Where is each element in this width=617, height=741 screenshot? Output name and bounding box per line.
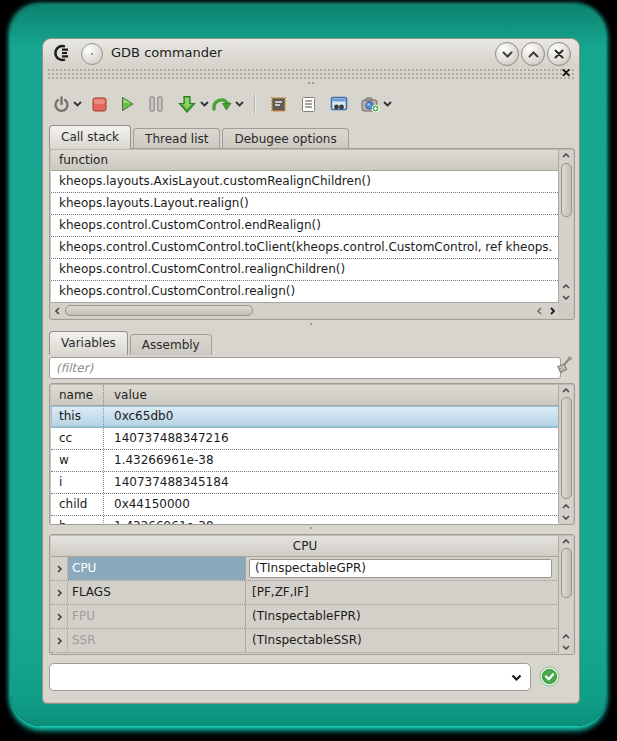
camera-add-icon (361, 96, 380, 113)
watch-window-button[interactable] (330, 91, 348, 117)
step-button[interactable] (177, 91, 197, 117)
tab-thread-list[interactable]: Thread list (133, 128, 220, 149)
scroll-up-icon[interactable] (559, 536, 573, 547)
pause-icon (149, 96, 163, 112)
step-over-icon (211, 95, 232, 113)
variable-row[interactable]: b1.43266961e-38 (51, 516, 559, 525)
scroll-up-icon[interactable] (559, 385, 573, 396)
cpu-chip-icon (270, 96, 287, 113)
callstack-panel: function kheops.layouts.AxisLayout.custo… (49, 148, 575, 320)
clear-filter-button[interactable] (554, 356, 573, 379)
snapshot-button[interactable] (361, 91, 380, 117)
filter-input[interactable] (49, 357, 561, 379)
expander-icon[interactable] (51, 613, 67, 621)
continue-menu-button[interactable] (232, 91, 246, 117)
debug-toolbar (53, 88, 394, 120)
scroll-left-icon[interactable] (533, 305, 545, 316)
power-icon (53, 96, 70, 113)
splitter-handle[interactable] (43, 323, 579, 329)
command-input[interactable] (56, 665, 500, 689)
watch-window-icon (330, 96, 348, 112)
scrollbar-thumb[interactable] (561, 163, 572, 217)
callstack-row[interactable]: kheops.control.CustomControl.endRealign(… (51, 215, 558, 237)
dock-close-button[interactable]: ✕ (559, 66, 573, 80)
cpu-view-button[interactable] (270, 91, 287, 117)
cpu-header[interactable]: CPU (51, 536, 559, 557)
stop-icon (92, 97, 107, 112)
callstack-vscrollbar[interactable] (558, 150, 573, 303)
variable-row[interactable]: cc140737488347216 (51, 428, 559, 450)
scroll-down-icon[interactable] (559, 512, 573, 523)
callstack-row[interactable]: kheops.layouts.Layout.realign() (51, 193, 558, 215)
callstack-tabbar: Call stack Thread list Debugee options (49, 125, 351, 149)
combo-dropdown-button[interactable] (506, 668, 526, 686)
tab-assembly[interactable]: Assembly (130, 334, 212, 355)
scrollbar-thumb[interactable] (561, 548, 572, 598)
scroll-up-icon[interactable] (559, 501, 573, 512)
stop-button[interactable] (92, 91, 107, 117)
cpu-row[interactable]: SSR (TInspectableSSR) (51, 629, 559, 653)
variable-row-selected[interactable]: this0xc65db0 (51, 406, 559, 428)
power-button[interactable] (53, 91, 70, 117)
scroll-up-icon[interactable] (559, 631, 573, 642)
minimize-button[interactable] (495, 42, 519, 66)
callstack-column-header[interactable]: function (51, 150, 558, 171)
continue-button[interactable] (211, 91, 232, 117)
close-button[interactable] (547, 42, 571, 66)
scroll-left-icon[interactable] (51, 305, 63, 316)
titlebar[interactable]: GDB commander (43, 39, 579, 67)
expander-icon[interactable] (51, 565, 67, 573)
tab-call-stack[interactable]: Call stack (49, 125, 131, 149)
chevron-up-icon (528, 51, 539, 58)
chevron-down-icon (235, 101, 244, 107)
callstack-row[interactable]: kheops.control.CustomControl.realignChil… (51, 259, 558, 281)
power-menu-button[interactable] (70, 91, 84, 117)
window-menu-button[interactable] (81, 43, 103, 65)
document-list-icon (301, 96, 316, 113)
expander-icon[interactable] (51, 589, 67, 597)
scroll-up-icon[interactable] (559, 281, 573, 292)
scrollbar-thumb[interactable] (561, 397, 572, 499)
check-circle-icon (539, 666, 560, 687)
variables-vscrollbar[interactable] (558, 385, 573, 523)
play-icon (120, 96, 135, 112)
splitter-handle[interactable] (43, 527, 579, 533)
cpu-vscrollbar[interactable] (558, 536, 573, 653)
scroll-down-icon[interactable] (559, 642, 573, 653)
variable-row[interactable]: child0x44150000 (51, 494, 559, 516)
gdb-command-combobox[interactable] (49, 663, 531, 691)
run-button[interactable] (120, 91, 135, 117)
cpu-table: CPU CPU (TInspectableGPR) FLAGS [PF,ZF,I… (51, 536, 559, 653)
scroll-right-icon[interactable] (546, 305, 558, 316)
variable-row[interactable]: w1.43266961e-38 (51, 450, 559, 472)
window-title: GDB commander (111, 39, 222, 67)
broom-icon (554, 356, 573, 376)
cpu-row[interactable]: FPU (TInspectableFPR) (51, 605, 559, 629)
dock-drag-handle[interactable] (47, 68, 575, 80)
output-list-button[interactable] (301, 91, 316, 117)
column-name[interactable]: name (51, 385, 103, 405)
step-menu-button[interactable] (197, 91, 211, 117)
send-command-button[interactable] (539, 666, 560, 687)
variable-row[interactable]: i140737488345184 (51, 472, 559, 494)
scroll-down-icon[interactable] (559, 292, 573, 303)
cpu-row[interactable]: FLAGS [PF,ZF,IF] (51, 581, 559, 605)
inline-editor[interactable]: (TInspectableGPR) (249, 559, 552, 578)
snapshot-menu-button[interactable] (380, 91, 394, 117)
variables-header[interactable]: namevalue (51, 385, 559, 406)
pause-button[interactable] (149, 91, 163, 117)
expander-icon[interactable] (51, 637, 67, 645)
column-value[interactable]: value (103, 385, 147, 405)
variables-table: namevalue this0xc65db0 cc140737488347216… (51, 385, 559, 523)
tab-debugee-options[interactable]: Debugee options (222, 128, 348, 149)
tab-variables[interactable]: Variables (49, 331, 128, 355)
cpu-panel: CPU CPU (TInspectableGPR) FLAGS [PF,ZF,I… (49, 534, 575, 655)
scroll-up-icon[interactable] (559, 150, 573, 161)
callstack-hscrollbar[interactable] (51, 302, 558, 318)
callstack-row[interactable]: kheops.control.CustomControl.realign() (51, 281, 558, 303)
maximize-button[interactable] (521, 42, 545, 66)
cpu-row-selected[interactable]: CPU (TInspectableGPR) (51, 557, 559, 581)
callstack-row[interactable]: kheops.control.CustomControl.toClient(kh… (51, 237, 558, 259)
callstack-row[interactable]: kheops.layouts.AxisLayout.customRealignC… (51, 171, 558, 193)
scrollbar-thumb[interactable] (65, 305, 253, 316)
